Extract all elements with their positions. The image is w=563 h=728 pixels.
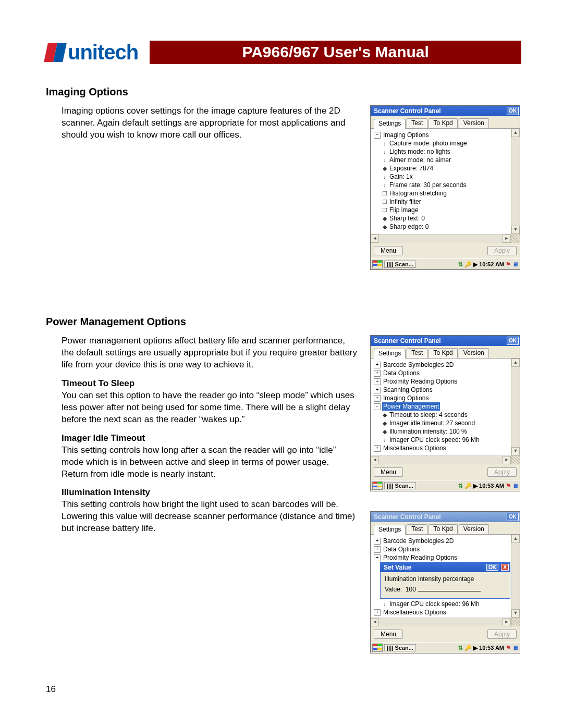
dialog-ok-button[interactable]: OK [507,337,519,345]
scroll-left-icon[interactable]: ◄ [371,618,379,626]
set-value-tree[interactable]: +Barcode Symbologies 2D +Data Options +P… [371,535,511,618]
tab-version[interactable]: Version [459,348,489,358]
scanner-control-panel-power: Scanner Control Panel OK Settings Test T… [370,335,520,491]
tray-clock[interactable]: 10:53 AM [479,645,504,651]
tree-node[interactable]: Sharp text: 0 [388,214,426,223]
tray-desktop-icon[interactable]: 🖥 [512,261,518,267]
tab-settings[interactable]: Settings [374,349,406,359]
tab-to-kpd[interactable]: To Kpd [429,524,457,534]
tree-node[interactable]: Imager CPU clock speed: 96 Mh [388,436,481,444]
tree-node[interactable]: Imaging Options [382,394,430,402]
dialog-ok-button[interactable]: OK [507,513,519,521]
tab-to-kpd[interactable]: To Kpd [429,348,457,358]
taskbar-scan-button[interactable]: |||| Scan... [384,644,416,651]
tray-clock[interactable]: 10:53 AM [479,483,504,489]
scroll-down-icon[interactable]: ▼ [511,447,520,455]
tab-version[interactable]: Version [459,524,489,534]
tree-node[interactable]: Proximity Reading Options [382,377,458,386]
tree-node[interactable]: Frame rate: 30 per seconds [388,181,467,189]
tray-speaker-icon[interactable]: ▶ [473,483,478,489]
apply-button[interactable]: Apply [487,246,517,255]
set-value-input[interactable]: 100 [403,586,480,593]
tray-network-icon[interactable]: ⇅ [458,483,463,489]
tree-node[interactable]: Illumination intensity: 100 % [388,427,468,436]
scroll-up-icon[interactable]: ▲ [511,535,520,543]
tree-node[interactable]: Data Options [382,369,421,377]
scroll-right-icon[interactable]: ► [503,235,511,243]
tree-node[interactable]: Sharp edge: 0 [388,223,430,231]
tree-node[interactable]: Histogram stretching [388,189,448,198]
tray-speaker-icon[interactable]: ▶ [473,645,478,651]
apply-button[interactable]: Apply [487,467,517,477]
tray-desktop-icon[interactable]: 🖥 [512,483,518,489]
tab-test[interactable]: Test [407,348,427,358]
tab-settings[interactable]: Settings [374,119,406,129]
tree-node[interactable]: Aimer mode: no aimer [388,156,452,164]
set-value-ok-button[interactable]: OK [486,564,498,571]
tray-key-icon[interactable]: 🔑 [464,261,472,268]
scroll-down-icon[interactable]: ▼ [511,609,520,618]
windows-start-icon[interactable] [372,644,383,652]
scroll-left-icon[interactable]: ◄ [371,235,379,243]
menu-button[interactable]: Menu [374,246,403,255]
set-value-close-button[interactable]: X [501,564,509,571]
tree-node[interactable]: Infinity filter [388,198,422,206]
tab-test[interactable]: Test [407,118,427,128]
vertical-scrollbar[interactable]: ▲ ▼ [511,359,520,455]
scroll-right-icon[interactable]: ► [503,618,511,626]
windows-start-icon[interactable] [372,482,383,490]
scroll-right-icon[interactable]: ► [503,456,511,464]
tab-version[interactable]: Version [459,118,489,128]
tree-node[interactable]: Gain: 1x [388,172,414,181]
tree-node[interactable]: Barcode Symbologies 2D [382,537,455,545]
horizontal-scrollbar[interactable]: ◄ ► [371,618,520,626]
tray-flag-icon[interactable]: ⚑ [506,645,511,651]
tree-node-imaging-options[interactable]: Imaging Options [382,131,430,139]
tree-node[interactable]: Timeout to sleep: 4 seconds [388,411,469,419]
horizontal-scrollbar[interactable]: ◄ ► [371,234,520,243]
taskbar: |||| Scan... ⇅ 🔑 ▶ 10:53 AM ⚑ 🖥 [371,642,520,653]
dialog-ok-button[interactable]: OK [507,107,519,115]
tree-node[interactable]: Barcode Symbologies 2D [382,361,455,369]
tab-test[interactable]: Test [407,524,427,534]
down-arrow-icon: ↓ [381,600,388,608]
tab-to-kpd[interactable]: To Kpd [429,118,457,128]
tree-node[interactable]: Miscellaneous Options [382,444,447,452]
scroll-left-icon[interactable]: ◄ [371,456,379,464]
horizontal-scrollbar[interactable]: ◄ ► [371,455,520,464]
tree-node[interactable]: Imager idle timeout: 27 second [388,419,476,427]
tray-network-icon[interactable]: ⇅ [458,645,463,651]
tree-node[interactable]: Scanning Options [382,386,434,394]
tab-settings[interactable]: Settings [374,525,406,535]
vertical-scrollbar[interactable]: ▲ ▼ [511,535,520,618]
tree-node[interactable]: Capture mode: photo image [388,139,468,147]
power-management-tree[interactable]: +Barcode Symbologies 2D +Data Options +P… [371,359,511,455]
scroll-up-icon[interactable]: ▲ [511,359,520,367]
vertical-scrollbar[interactable]: ▲ ▼ [511,129,520,234]
tray-key-icon[interactable]: 🔑 [464,645,472,651]
scroll-up-icon[interactable]: ▲ [511,129,520,137]
tray-flag-icon[interactable]: ⚑ [506,483,511,489]
tree-node[interactable]: Imager CPU clock speed: 96 Mh [388,600,481,608]
tree-node[interactable]: Exposure: 7874 [388,164,434,172]
tree-node[interactable]: Lights mode: no lights [388,147,451,156]
tray-clock[interactable]: 10:52 AM [479,261,504,267]
tray-network-icon[interactable]: ⇅ [458,261,463,268]
taskbar-scan-button[interactable]: |||| Scan... [384,261,416,268]
tray-speaker-icon[interactable]: ▶ [473,261,478,268]
tray-flag-icon[interactable]: ⚑ [506,261,511,268]
taskbar-scan-button[interactable]: |||| Scan... [384,482,416,489]
tray-key-icon[interactable]: 🔑 [464,483,472,489]
scroll-down-icon[interactable]: ▼ [511,226,520,234]
tray-desktop-icon[interactable]: 🖥 [512,645,518,651]
menu-button[interactable]: Menu [374,630,403,639]
tree-node[interactable]: Miscellaneous Options [382,608,447,616]
menu-button[interactable]: Menu [374,467,403,477]
tree-node[interactable]: Proximity Reading Options [382,553,458,562]
tree-node[interactable]: Data Options [382,545,421,553]
tree-node[interactable]: Flip image [388,206,419,214]
apply-button[interactable]: Apply [487,630,517,639]
windows-start-icon[interactable] [372,260,383,268]
tree-node-power-management[interactable]: Power Management [382,402,440,411]
imaging-options-tree[interactable]: −Imaging Options ↓Capture mode: photo im… [371,129,511,234]
